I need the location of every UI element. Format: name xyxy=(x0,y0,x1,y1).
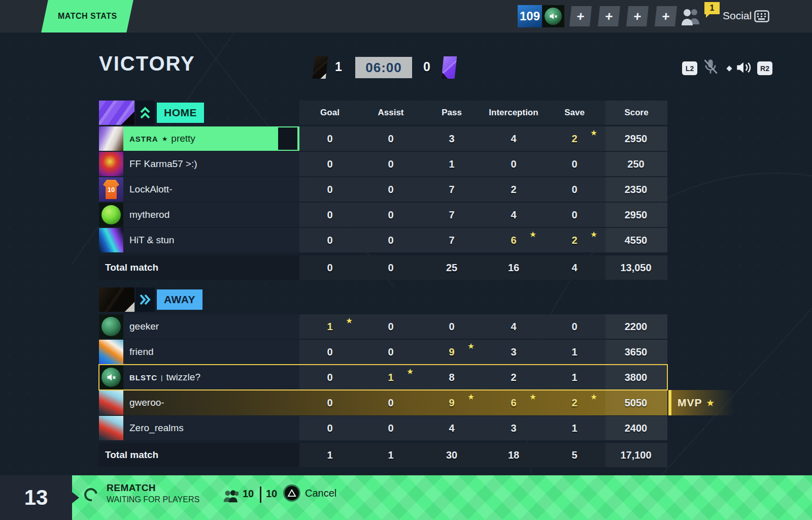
player-name: FF Karma57 >:) xyxy=(129,158,197,170)
away-team-flag xyxy=(313,56,328,79)
match-timer: 06:00 xyxy=(355,57,412,78)
mvp-star-icon: ★ xyxy=(707,398,715,408)
player-row[interactable]: LockAlott- 10 0 0 7 2 0 2350 xyxy=(99,177,667,202)
avatar xyxy=(99,126,123,151)
arrow-notch xyxy=(72,492,79,503)
home-goal-count: 0 xyxy=(423,59,430,74)
total-save: 5 xyxy=(544,443,605,467)
home-total-row: Total match 0 0 25 16 4 13,050 xyxy=(99,255,667,280)
muted-speaker-icon xyxy=(548,11,558,21)
stat-interception: 2 xyxy=(483,365,544,389)
stat-score: 4550 xyxy=(605,228,666,252)
total-save: 4 xyxy=(544,255,605,280)
player-row[interactable]: mytherod 0 0 7 4 0 2950 xyxy=(99,202,667,228)
keyboard-shortcut-icon[interactable] xyxy=(754,10,769,24)
player-row[interactable]: ASTRA ★ pretty 0 0 3 4 2 2950 xyxy=(99,126,667,151)
player-name-cell: BLSTC | twizzle? xyxy=(99,365,299,389)
home-flag-tile xyxy=(99,101,134,125)
player-row[interactable]: HiT & stun 0 0 7 6 2 4550 xyxy=(99,228,667,253)
separator-diamond xyxy=(726,66,732,71)
column-header-goal: Goal xyxy=(299,101,360,125)
player-name: Zero_realms xyxy=(129,422,184,434)
match-stats-banner: MATCH STATS xyxy=(41,0,133,32)
stat-pass: 9 xyxy=(421,340,482,364)
home-team-flag xyxy=(442,56,457,79)
stat-interception: 2 xyxy=(483,177,544,202)
avatar xyxy=(99,152,123,176)
player-name-cell: friend xyxy=(99,340,299,364)
stat-interception: 4 xyxy=(483,203,544,227)
player-name-cell: ASTRA ★ pretty xyxy=(99,126,299,151)
rematch-label: REMATCH xyxy=(107,482,156,494)
avatar xyxy=(99,340,123,364)
avatar xyxy=(99,314,123,339)
triangle-button-icon xyxy=(283,484,300,502)
player-name-cell: FF Karma57 >:) xyxy=(99,152,299,176)
player-row[interactable]: BLSTC | twizzle? 0 1 8 2 1 3800 xyxy=(99,365,667,390)
stat-goal: 0 xyxy=(299,416,360,440)
avatar xyxy=(99,365,123,389)
total-stats: 0 0 25 16 4 13,050 xyxy=(299,255,667,280)
stat-score: 2200 xyxy=(605,314,666,339)
stat-goal: 0 xyxy=(299,126,360,151)
player-row[interactable]: FF Karma57 >:) 0 0 1 0 0 250 xyxy=(99,151,667,177)
stat-assist: 0 xyxy=(360,177,421,202)
player-stats: 0 0 7 6 2 4550 xyxy=(299,228,667,252)
chat-notification-badge[interactable]: 1 xyxy=(704,2,720,14)
cancel-button[interactable]: Cancel xyxy=(283,484,336,502)
stat-interception: 0 xyxy=(483,152,544,176)
total-pass: 25 xyxy=(421,255,482,280)
self-voice-mute-toggle[interactable] xyxy=(542,5,564,27)
player-stats: 0 0 9 3 1 3650 xyxy=(299,340,667,364)
queue-number-box: 13 xyxy=(0,475,72,520)
stat-pass: 7 xyxy=(421,203,482,227)
invite-slot-button[interactable]: + xyxy=(598,6,620,26)
home-column-headers: Goal Assist Pass Interception Save Score xyxy=(299,101,667,125)
column-header-score: Score xyxy=(605,101,667,125)
stat-goal: 0 xyxy=(299,340,360,364)
invite-slot-button[interactable]: + xyxy=(655,6,677,26)
player-name-cell: gweroo- xyxy=(99,391,299,415)
stat-goal: 1 xyxy=(299,314,360,339)
players-current: 10 xyxy=(243,488,254,500)
away-flag-tile xyxy=(99,287,134,312)
speaker-icon xyxy=(736,60,752,75)
mvp-badge: MVP ★ xyxy=(668,390,734,415)
player-row[interactable]: friend 0 0 9 3 1 3650 xyxy=(99,339,667,365)
soccer-ball-icon xyxy=(101,205,121,224)
player-row[interactable]: Zero_realms 0 0 4 3 1 2400 xyxy=(99,415,667,441)
stat-goal: 0 xyxy=(299,152,360,176)
volume-toggle[interactable] xyxy=(736,60,752,77)
mic-muted-toggle[interactable] xyxy=(702,58,719,78)
player-name: HiT & stun xyxy=(129,235,174,246)
social-button[interactable] xyxy=(680,6,701,28)
bottom-bar: 13 REMATCH WAITING FOR PLAYERS 10 10 Can… xyxy=(0,475,812,520)
player-row[interactable]: geeker 1 0 0 4 0 2200 xyxy=(99,314,667,339)
invite-slot-button[interactable]: + xyxy=(569,6,592,26)
stat-score: 2400 xyxy=(605,416,666,440)
total-label: Total match xyxy=(99,443,306,467)
stat-save: 2 xyxy=(544,391,605,415)
stat-pass: 7 xyxy=(421,177,482,202)
player-row-mvp[interactable]: gweroo- 0 0 9 6 2 5050 MVP ★ xyxy=(99,390,667,415)
plus-icon: + xyxy=(633,9,642,24)
stat-interception: 4 xyxy=(483,126,544,151)
plus-icon: + xyxy=(576,9,585,24)
total-assist: 0 xyxy=(360,255,421,280)
stat-save: 0 xyxy=(544,203,605,227)
waiting-status: WAITING FOR PLAYERS xyxy=(107,495,199,504)
chat-count: 1 xyxy=(710,4,715,13)
stat-pass: 1 xyxy=(421,152,482,176)
player-name: geeker xyxy=(129,321,159,332)
invite-slot-button[interactable]: + xyxy=(626,6,649,26)
stat-interception: 3 xyxy=(483,416,544,440)
match-stats-label: MATCH STATS xyxy=(58,12,117,21)
stat-assist: 0 xyxy=(360,340,421,364)
stat-score: 2350 xyxy=(605,177,666,202)
pipe-separator: | xyxy=(161,374,162,381)
stat-goal: 0 xyxy=(299,177,360,202)
away-goal-count: 1 xyxy=(335,59,342,74)
stat-assist: 0 xyxy=(360,314,421,339)
muted-speaker-icon xyxy=(106,372,117,383)
stat-save: 1 xyxy=(544,365,605,389)
